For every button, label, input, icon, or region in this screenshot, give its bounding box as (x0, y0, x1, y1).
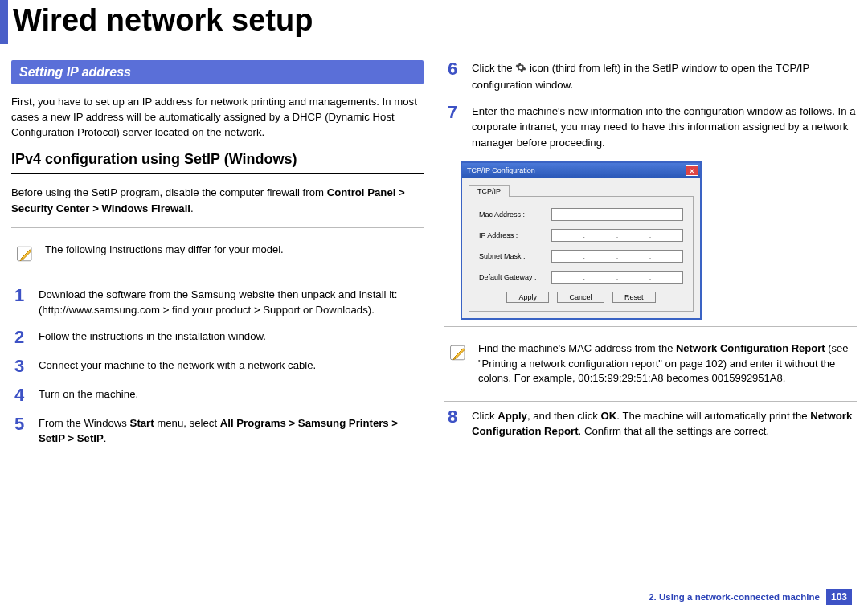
row-mac: Mac Address : (479, 208, 683, 221)
step-1: 1 Download the software from the Samsung… (11, 287, 424, 317)
note-rule-bottom (11, 280, 424, 280)
note-model-text: The following instructions may differ fo… (45, 243, 284, 265)
step6-a: Click the (472, 62, 515, 74)
intro-paragraph: First, you have to set up an IP address … (11, 94, 424, 140)
step-text: Enter the machine's new information into… (472, 104, 857, 149)
step-8: 8 Click Apply, and then click OK. The ma… (444, 408, 857, 439)
note-mac-text: Find the machine's MAC address from the … (478, 341, 854, 387)
row-ip: IP Address : ... (479, 229, 683, 242)
before-using-paragraph: Before using the SetIP program, disable … (11, 185, 424, 215)
input-subnet: ... (551, 250, 683, 263)
input-gateway: ... (551, 271, 683, 284)
right-column: 6 Click the icon (third from left) in th… (444, 60, 857, 457)
step-number: 6 (444, 60, 461, 92)
s8b: Apply (497, 410, 527, 422)
dialog-buttons: Apply Cancel Reset (479, 292, 683, 303)
step-6: 6 Click the icon (third from left) in th… (444, 60, 857, 92)
step5-a: From the Windows (39, 417, 130, 429)
step-text: Download the software from the Samsung w… (39, 287, 424, 317)
s8a: Click (472, 410, 497, 422)
tcpip-dialog-screenshot: TCP/IP Configuration × TCP/IP Mac Addres… (461, 161, 702, 320)
dialog-titlebar: TCP/IP Configuration × (462, 163, 700, 178)
label-ip: IP Address : (479, 231, 551, 239)
label-mac: Mac Address : (479, 210, 551, 219)
section-banner: Setting IP address (11, 60, 424, 84)
before-text-lead: Before using the SetIP program, disable … (11, 186, 327, 198)
dialog-title: TCP/IP Configuration (467, 166, 535, 174)
dialog-panel: Mac Address : IP Address : ... Subnet Ma… (469, 196, 694, 312)
step-3: 3 Connect your machine to the network wi… (11, 358, 424, 375)
page-footer: 2. Using a network-connected machine 103 (649, 589, 852, 605)
step-text: Click Apply, and then click OK. The mach… (472, 408, 857, 439)
step-number: 3 (11, 358, 27, 375)
step-number: 1 (11, 287, 27, 317)
left-column: Setting IP address First, you have to se… (11, 60, 424, 457)
step-number: 8 (444, 408, 461, 439)
step-5: 5 From the Windows Start menu, select Al… (11, 415, 424, 446)
step-4: 4 Turn on the machine. (11, 386, 424, 404)
apply-button: Apply (506, 292, 549, 303)
step-number: 2 (11, 329, 27, 346)
close-icon: × (686, 165, 698, 176)
label-subnet: Subnet Mask : (479, 252, 551, 260)
s8d: OK (601, 410, 617, 422)
note-pencil-icon (448, 341, 470, 364)
row-gateway: Default Gateway : ... (479, 271, 683, 284)
note2-a: Find the machine's MAC address from the (478, 342, 676, 354)
step-number: 4 (11, 386, 27, 404)
step5-b: Start (130, 417, 154, 429)
cancel-button: Cancel (557, 292, 604, 303)
steps-left: 1 Download the software from the Samsung… (11, 287, 424, 447)
step-text: Turn on the machine. (39, 386, 424, 404)
note2-rule-bottom (444, 401, 857, 402)
reset-button: Reset (612, 292, 656, 303)
step5-e: . (104, 432, 107, 444)
step-7: 7 Enter the machine's new information in… (444, 104, 857, 149)
step5-c: menu, select (154, 417, 220, 429)
step-text: From the Windows Start menu, select All … (39, 415, 424, 446)
steps-right-top: 6 Click the icon (third from left) in th… (444, 60, 857, 150)
page-title: Wired network setup (0, 0, 868, 44)
subheading-rule (11, 173, 424, 174)
svg-rect-1 (451, 345, 465, 360)
row-subnet: Subnet Mask : ... (479, 250, 683, 263)
s8e: . The machine will automatically print t… (616, 410, 810, 422)
step-text: Click the icon (third from left) in the … (472, 60, 857, 92)
dialog-tab: TCP/IP (469, 185, 510, 197)
dialog-body: TCP/IP Mac Address : IP Address : ... Su… (462, 178, 700, 318)
note-pencil-icon (14, 243, 37, 265)
footer-chapter: 2. Using a network-connected machine (649, 592, 820, 602)
content-columns: Setting IP address First, you have to se… (0, 60, 868, 457)
gear-icon (515, 62, 526, 77)
s8c: , and then click (527, 410, 601, 422)
footer-page-number: 103 (826, 589, 852, 605)
steps-right-bottom: 8 Click Apply, and then click OK. The ma… (444, 408, 857, 439)
step-text: Follow the instructions in the installat… (39, 329, 424, 346)
note2-rule-top (444, 326, 857, 327)
note2-b: Network Configuration Report (676, 342, 825, 354)
step-number: 7 (444, 104, 461, 149)
note-model-differ: The following instructions may differ fo… (11, 235, 424, 273)
note-rule-top (11, 227, 424, 228)
step-number: 5 (11, 415, 27, 446)
step-2: 2 Follow the instructions in the install… (11, 329, 424, 346)
s8g: . Confirm that all the settings are corr… (579, 425, 769, 437)
step-text: Connect your machine to the network with… (39, 358, 424, 375)
subheading-ipv4: IPv4 configuration using SetIP (Windows) (11, 151, 424, 168)
before-text-tail: . (190, 202, 194, 215)
note-mac-address: Find the machine's MAC address from the … (444, 333, 857, 395)
input-ip: ... (551, 229, 683, 242)
input-mac (551, 208, 683, 221)
svg-rect-0 (18, 247, 32, 261)
label-gateway: Default Gateway : (479, 273, 551, 281)
